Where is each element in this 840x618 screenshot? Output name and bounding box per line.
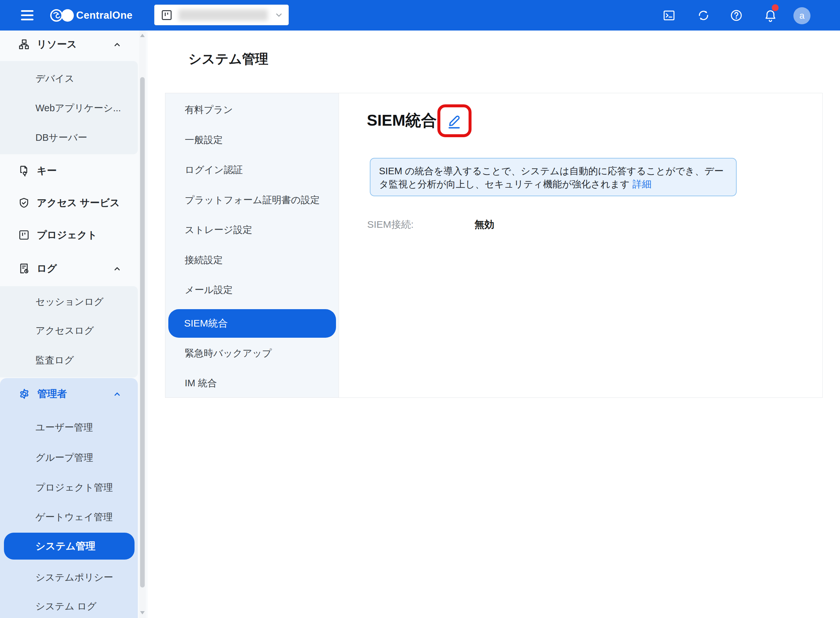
notification-dot	[772, 4, 779, 11]
sidebar-item-label: Webアプリケーシ...	[36, 102, 121, 115]
sidebar-item-audit-log[interactable]: 監査ログ	[36, 351, 134, 370]
chevron-down-icon	[274, 10, 283, 20]
sidebar-item-label: デバイス	[36, 72, 74, 85]
sidebar-item-label: プロジェクト管理	[36, 481, 113, 494]
sidebar-item-group-management[interactable]: グループ管理	[36, 448, 134, 468]
key-icon	[18, 165, 30, 176]
subnav-item-label: 有料プラン	[185, 103, 233, 116]
terminal-icon[interactable]	[662, 9, 675, 22]
sidebar-item-label: ゲートウェイ管理	[36, 511, 113, 524]
log-document-icon	[18, 263, 30, 274]
sidebar-item-label: キー	[37, 164, 57, 178]
siem-connection-label: SIEM接続:	[367, 218, 414, 231]
sidebar-item-logs[interactable]: ログ	[18, 258, 117, 278]
project-name-redacted	[178, 9, 268, 21]
gear-icon	[18, 388, 30, 400]
refresh-icon[interactable]	[697, 9, 710, 22]
info-banner-text: SIEM の統合を導入することで、システムは自動的に応答することができ、データ監…	[379, 165, 727, 191]
info-text: SIEM の統合を導入することで、システムは自動的に応答することができ、データ監…	[379, 166, 724, 189]
sidebar-item-system-policy[interactable]: システムポリシー	[36, 568, 134, 587]
sidebar-item-project-management[interactable]: プロジェクト管理	[36, 478, 134, 498]
sidebar-item-web-applications[interactable]: Webアプリケーシ...	[36, 98, 137, 118]
scroll-down-arrow-icon[interactable]	[140, 611, 145, 614]
sidebar-item-label: 監査ログ	[36, 354, 74, 367]
sidebar-item-keys[interactable]: キー	[18, 161, 127, 181]
subnav-item-login-auth[interactable]: ログイン認証	[185, 160, 243, 180]
chevron-up-icon[interactable]	[113, 264, 122, 273]
subnav-item-platform-cert[interactable]: プラットフォーム証明書の設定	[185, 190, 320, 210]
sidebar-scrollbar-thumb[interactable]	[140, 77, 145, 587]
subnav-item-connection-settings[interactable]: 接続設定	[185, 250, 223, 270]
subnav-item-general-settings[interactable]: 一般設定	[185, 130, 223, 150]
subnav-item-mail-settings[interactable]: メール設定	[185, 280, 233, 300]
subnav-item-paid-plan[interactable]: 有料プラン	[185, 100, 233, 120]
resources-icon	[18, 39, 30, 50]
chevron-up-icon[interactable]	[113, 390, 122, 398]
avatar-letter: a	[799, 10, 804, 21]
sidebar-item-gateway-management[interactable]: ゲートウェイ管理	[36, 507, 134, 527]
sidebar-item-label: プロジェクト	[37, 229, 97, 242]
subnav-item-im-integration[interactable]: IM 統合	[185, 373, 217, 393]
hamburger-menu-icon[interactable]	[21, 10, 33, 20]
sidebar-item-projects[interactable]: プロジェクト	[18, 225, 127, 245]
sidebar-item-label: ログ	[37, 262, 57, 275]
sidebar-item-admin[interactable]: 管理者	[18, 384, 117, 404]
subnav-item-storage-settings[interactable]: ストレージ設定	[185, 220, 252, 240]
info-banner: SIEM の統合を導入することで、システムは自動的に応答することができ、データ監…	[370, 158, 737, 196]
sidebar-item-label: ユーザー管理	[36, 421, 93, 434]
sidebar-item-label: アクセス サービス	[37, 196, 120, 210]
sidebar-item-label: DBサーバー	[36, 131, 87, 144]
sidebar-item-session-log[interactable]: セッションログ	[36, 292, 134, 312]
subnav-item-label: IM 統合	[185, 377, 217, 390]
settings-subnav: 有料プラン 一般設定 ログイン認証 プラットフォーム証明書の設定 ストレージ設定…	[165, 93, 339, 397]
subnav-item-label: SIEM統合	[184, 317, 228, 330]
sidebar-item-devices[interactable]: デバイス	[36, 69, 134, 89]
chevron-up-icon[interactable]	[113, 40, 122, 49]
sidebar-item-resources[interactable]: リソース	[18, 34, 117, 54]
siem-connection-value: 無効	[475, 218, 494, 231]
details-link[interactable]: 詳細	[632, 179, 652, 189]
sidebar-item-access-service[interactable]: アクセス サービス	[18, 193, 137, 213]
sidebar-item-access-log[interactable]: アクセスログ	[36, 321, 134, 341]
sidebar-item-user-management[interactable]: ユーザー管理	[36, 418, 134, 437]
subnav-item-label: 一般設定	[185, 134, 223, 147]
system-settings-card: 有料プラン 一般設定 ログイン認証 プラットフォーム証明書の設定 ストレージ設定…	[165, 93, 823, 398]
subnav-item-label: メール設定	[185, 284, 233, 297]
project-selector-icon	[161, 9, 172, 21]
sidebar-item-label: アクセスログ	[36, 324, 94, 337]
section-heading: SIEM統合	[367, 110, 437, 131]
subnav-item-label: 接続設定	[185, 254, 223, 267]
sidebar-item-label: 管理者	[37, 387, 67, 401]
topbar: CentralOne	[0, 0, 840, 31]
subnav-item-label: プラットフォーム証明書の設定	[185, 194, 320, 207]
kanban-board-icon	[18, 229, 30, 241]
sidebar-item-label: システム管理	[36, 539, 95, 553]
sidebar-item-label: リソース	[37, 38, 77, 51]
sidebar-item-label: システムポリシー	[36, 571, 113, 584]
sidebar-item-db-server[interactable]: DBサーバー	[36, 128, 134, 148]
subnav-item-siem-integration-selected[interactable]: SIEM統合	[168, 309, 336, 338]
sidebar-item-system-log[interactable]: システム ログ	[36, 597, 134, 617]
subnav-item-label: ログイン認証	[185, 163, 243, 177]
sidebar-item-label: セッションログ	[36, 296, 104, 309]
annotation-highlight-box	[437, 104, 472, 137]
scroll-up-arrow-icon[interactable]	[140, 34, 145, 37]
logo-mark	[49, 7, 76, 23]
subnav-item-label: ストレージ設定	[185, 223, 252, 237]
app-root: CentralOne	[0, 0, 840, 618]
project-selector-dropdown[interactable]	[154, 4, 289, 25]
page-title: システム管理	[188, 50, 269, 68]
shield-check-icon	[18, 197, 30, 208]
sidebar-item-system-management-selected[interactable]: システム管理	[4, 533, 135, 560]
avatar[interactable]: a	[793, 7, 810, 24]
sidebar-item-label: グループ管理	[36, 451, 93, 464]
subnav-item-label: 緊急時バックアップ	[185, 347, 272, 360]
edit-pencil-icon[interactable]	[446, 112, 463, 130]
subnav-item-emergency-backup[interactable]: 緊急時バックアップ	[185, 344, 272, 363]
sidebar-item-label: システム ログ	[36, 600, 96, 613]
brand-name: CentralOne	[76, 0, 132, 31]
help-icon[interactable]	[730, 9, 743, 22]
